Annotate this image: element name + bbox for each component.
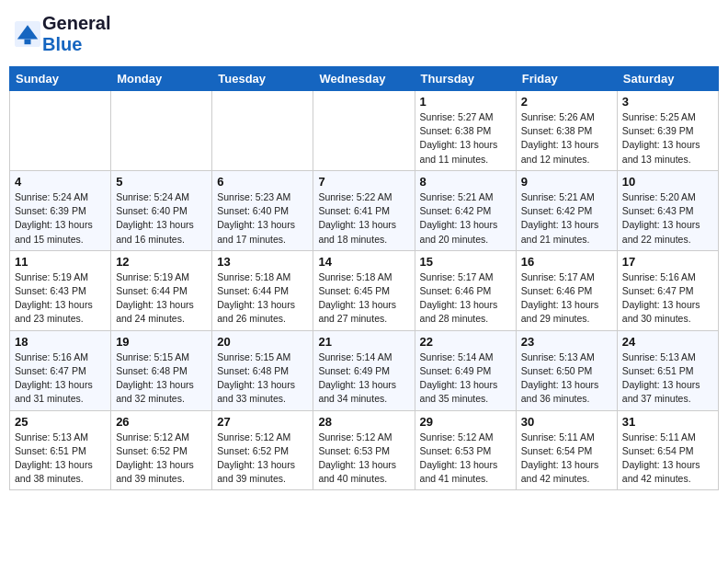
calendar-cell: 9Sunrise: 5:21 AMSunset: 6:42 PMDaylight…	[516, 170, 617, 250]
day-number: 13	[217, 255, 308, 269]
col-header-saturday: Saturday	[617, 67, 718, 91]
calendar-week-3: 11Sunrise: 5:19 AMSunset: 6:43 PMDayligh…	[10, 250, 719, 330]
day-number: 2	[521, 95, 612, 109]
calendar-week-4: 18Sunrise: 5:16 AMSunset: 6:47 PMDayligh…	[10, 330, 719, 410]
day-number: 3	[622, 95, 713, 109]
day-number: 16	[521, 255, 612, 269]
calendar-cell: 10Sunrise: 5:20 AMSunset: 6:43 PMDayligh…	[617, 170, 718, 250]
day-info: Sunrise: 5:15 AMSunset: 6:48 PMDaylight:…	[217, 350, 308, 407]
day-info: Sunrise: 5:13 AMSunset: 6:50 PMDaylight:…	[521, 350, 612, 407]
day-number: 21	[318, 335, 409, 349]
day-info: Sunrise: 5:15 AMSunset: 6:48 PMDaylight:…	[116, 350, 207, 407]
calendar-cell: 17Sunrise: 5:16 AMSunset: 6:47 PMDayligh…	[617, 250, 718, 330]
calendar-cell: 5Sunrise: 5:24 AMSunset: 6:40 PMDaylight…	[111, 170, 212, 250]
calendar-cell: 28Sunrise: 5:12 AMSunset: 6:53 PMDayligh…	[313, 410, 415, 490]
day-info: Sunrise: 5:23 AMSunset: 6:40 PMDaylight:…	[217, 190, 308, 247]
calendar-cell: 14Sunrise: 5:18 AMSunset: 6:45 PMDayligh…	[313, 250, 415, 330]
svg-rect-2	[25, 40, 31, 45]
col-header-wednesday: Wednesday	[313, 67, 415, 91]
col-header-monday: Monday	[111, 67, 212, 91]
day-number: 15	[420, 255, 511, 269]
day-info: Sunrise: 5:16 AMSunset: 6:47 PMDaylight:…	[622, 270, 713, 327]
calendar-cell: 31Sunrise: 5:11 AMSunset: 6:54 PMDayligh…	[617, 410, 718, 490]
day-number: 17	[622, 255, 713, 269]
day-number: 8	[420, 175, 511, 189]
col-header-friday: Friday	[516, 67, 617, 91]
day-number: 4	[15, 175, 106, 189]
day-number: 12	[116, 255, 207, 269]
calendar-table: SundayMondayTuesdayWednesdayThursdayFrid…	[9, 66, 719, 490]
calendar-cell	[10, 91, 111, 171]
calendar-cell: 13Sunrise: 5:18 AMSunset: 6:44 PMDayligh…	[212, 250, 313, 330]
logo: General Blue	[15, 13, 110, 55]
day-number: 29	[420, 415, 511, 429]
col-header-thursday: Thursday	[415, 67, 516, 91]
calendar-cell: 21Sunrise: 5:14 AMSunset: 6:49 PMDayligh…	[313, 330, 415, 410]
calendar-cell: 24Sunrise: 5:13 AMSunset: 6:51 PMDayligh…	[617, 330, 718, 410]
day-number: 14	[318, 255, 409, 269]
day-number: 9	[521, 175, 612, 189]
day-number: 27	[217, 415, 308, 429]
day-info: Sunrise: 5:12 AMSunset: 6:53 PMDaylight:…	[420, 431, 511, 487]
day-info: Sunrise: 5:17 AMSunset: 6:46 PMDaylight:…	[420, 270, 511, 327]
calendar-cell: 23Sunrise: 5:13 AMSunset: 6:50 PMDayligh…	[516, 330, 617, 410]
day-number: 26	[116, 415, 207, 429]
day-info: Sunrise: 5:26 AMSunset: 6:38 PMDaylight:…	[521, 110, 612, 167]
day-info: Sunrise: 5:13 AMSunset: 6:51 PMDaylight:…	[622, 350, 713, 407]
day-number: 10	[622, 175, 713, 189]
day-info: Sunrise: 5:18 AMSunset: 6:44 PMDaylight:…	[217, 270, 308, 327]
day-info: Sunrise: 5:11 AMSunset: 6:54 PMDaylight:…	[622, 431, 713, 487]
calendar-cell	[313, 91, 415, 171]
day-info: Sunrise: 5:14 AMSunset: 6:49 PMDaylight:…	[420, 350, 511, 407]
calendar-cell: 26Sunrise: 5:12 AMSunset: 6:52 PMDayligh…	[111, 410, 212, 490]
day-info: Sunrise: 5:12 AMSunset: 6:52 PMDaylight:…	[217, 431, 308, 487]
day-info: Sunrise: 5:16 AMSunset: 6:47 PMDaylight:…	[15, 350, 106, 407]
day-info: Sunrise: 5:27 AMSunset: 6:38 PMDaylight:…	[420, 110, 511, 167]
day-number: 7	[318, 175, 409, 189]
day-info: Sunrise: 5:11 AMSunset: 6:54 PMDaylight:…	[521, 431, 612, 487]
day-number: 24	[622, 335, 713, 349]
day-number: 18	[15, 335, 106, 349]
day-info: Sunrise: 5:25 AMSunset: 6:39 PMDaylight:…	[622, 110, 713, 167]
calendar-cell: 22Sunrise: 5:14 AMSunset: 6:49 PMDayligh…	[415, 330, 516, 410]
day-info: Sunrise: 5:18 AMSunset: 6:45 PMDaylight:…	[318, 270, 409, 327]
col-header-tuesday: Tuesday	[212, 67, 313, 91]
calendar-cell: 7Sunrise: 5:22 AMSunset: 6:41 PMDaylight…	[313, 170, 415, 250]
calendar-cell: 29Sunrise: 5:12 AMSunset: 6:53 PMDayligh…	[415, 410, 516, 490]
day-number: 31	[622, 415, 713, 429]
calendar-cell	[212, 91, 313, 171]
col-header-sunday: Sunday	[10, 67, 111, 91]
calendar-header-row: SundayMondayTuesdayWednesdayThursdayFrid…	[10, 67, 719, 91]
day-info: Sunrise: 5:19 AMSunset: 6:44 PMDaylight:…	[116, 270, 207, 327]
calendar-cell: 16Sunrise: 5:17 AMSunset: 6:46 PMDayligh…	[516, 250, 617, 330]
calendar-cell: 30Sunrise: 5:11 AMSunset: 6:54 PMDayligh…	[516, 410, 617, 490]
day-number: 23	[521, 335, 612, 349]
calendar-cell: 6Sunrise: 5:23 AMSunset: 6:40 PMDaylight…	[212, 170, 313, 250]
day-info: Sunrise: 5:20 AMSunset: 6:43 PMDaylight:…	[622, 190, 713, 247]
day-info: Sunrise: 5:13 AMSunset: 6:51 PMDaylight:…	[15, 431, 106, 487]
day-number: 1	[420, 95, 511, 109]
day-number: 22	[420, 335, 511, 349]
calendar-cell: 27Sunrise: 5:12 AMSunset: 6:52 PMDayligh…	[212, 410, 313, 490]
calendar-cell: 2Sunrise: 5:26 AMSunset: 6:38 PMDaylight…	[516, 91, 617, 171]
day-number: 6	[217, 175, 308, 189]
day-number: 5	[116, 175, 207, 189]
day-info: Sunrise: 5:12 AMSunset: 6:52 PMDaylight:…	[116, 431, 207, 487]
calendar-cell: 15Sunrise: 5:17 AMSunset: 6:46 PMDayligh…	[415, 250, 516, 330]
calendar-cell: 1Sunrise: 5:27 AMSunset: 6:38 PMDaylight…	[415, 91, 516, 171]
calendar-week-5: 25Sunrise: 5:13 AMSunset: 6:51 PMDayligh…	[10, 410, 719, 490]
calendar-week-1: 1Sunrise: 5:27 AMSunset: 6:38 PMDaylight…	[10, 91, 719, 171]
calendar-cell	[111, 91, 212, 171]
calendar-cell: 4Sunrise: 5:24 AMSunset: 6:39 PMDaylight…	[10, 170, 111, 250]
day-number: 28	[318, 415, 409, 429]
day-number: 30	[521, 415, 612, 429]
calendar-cell: 25Sunrise: 5:13 AMSunset: 6:51 PMDayligh…	[10, 410, 111, 490]
day-info: Sunrise: 5:19 AMSunset: 6:43 PMDaylight:…	[15, 270, 106, 327]
calendar-week-2: 4Sunrise: 5:24 AMSunset: 6:39 PMDaylight…	[10, 170, 719, 250]
calendar-cell: 3Sunrise: 5:25 AMSunset: 6:39 PMDaylight…	[617, 91, 718, 171]
day-number: 19	[116, 335, 207, 349]
day-info: Sunrise: 5:21 AMSunset: 6:42 PMDaylight:…	[521, 190, 612, 247]
day-number: 20	[217, 335, 308, 349]
logo-icon	[15, 21, 40, 47]
day-info: Sunrise: 5:24 AMSunset: 6:40 PMDaylight:…	[116, 190, 207, 247]
